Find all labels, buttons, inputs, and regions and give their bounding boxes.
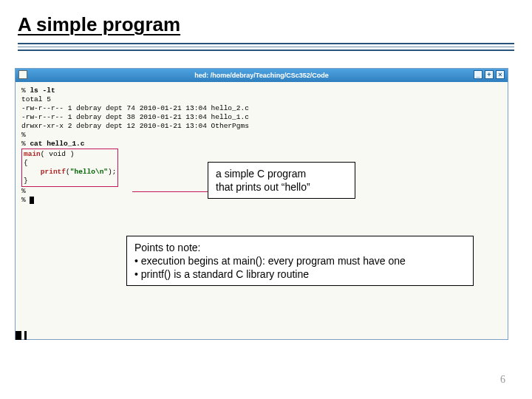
callout-bullet: • printf() is a standard C library routi… bbox=[134, 267, 466, 281]
callout-heading: Points to note: bbox=[134, 241, 466, 254]
terminal-titlebar: hed: /home/debray/Teaching/CSc352/Code _… bbox=[16, 69, 508, 82]
callout-description: a simple C program that prints out “hell… bbox=[208, 162, 355, 199]
terminal-cursor bbox=[30, 197, 34, 204]
callout-connector-line bbox=[132, 191, 208, 192]
slide-title: A simple program bbox=[0, 0, 532, 41]
terminal-body: % ls -lt total 5 -rw-r--r-- 1 debray dep… bbox=[16, 82, 508, 339]
window-max-button[interactable]: + bbox=[485, 70, 494, 79]
page-number: 6 bbox=[500, 374, 505, 386]
callout-line: that prints out “hello” bbox=[216, 180, 347, 194]
window-title: hed: /home/debray/Teaching/CSc352/Code bbox=[194, 72, 328, 79]
window-min-button[interactable]: _ bbox=[474, 70, 482, 79]
callout-bullet: • execution begins at main(): every prog… bbox=[134, 254, 466, 267]
window-close-button[interactable]: × bbox=[496, 70, 505, 79]
terminal-window: hed: /home/debray/Teaching/CSc352/Code _… bbox=[15, 68, 508, 340]
window-app-icon bbox=[18, 70, 27, 79]
window-bottom-edge-decoration bbox=[16, 331, 508, 340]
highlighted-code-block: main( void ) { printf("hello\n"); } bbox=[21, 149, 118, 187]
title-underline-rules bbox=[0, 43, 532, 58]
callout-points-to-note: Points to note: • execution begins at ma… bbox=[126, 236, 474, 286]
callout-line: a simple C program bbox=[216, 167, 347, 180]
window-controls: _ + × bbox=[474, 70, 505, 79]
